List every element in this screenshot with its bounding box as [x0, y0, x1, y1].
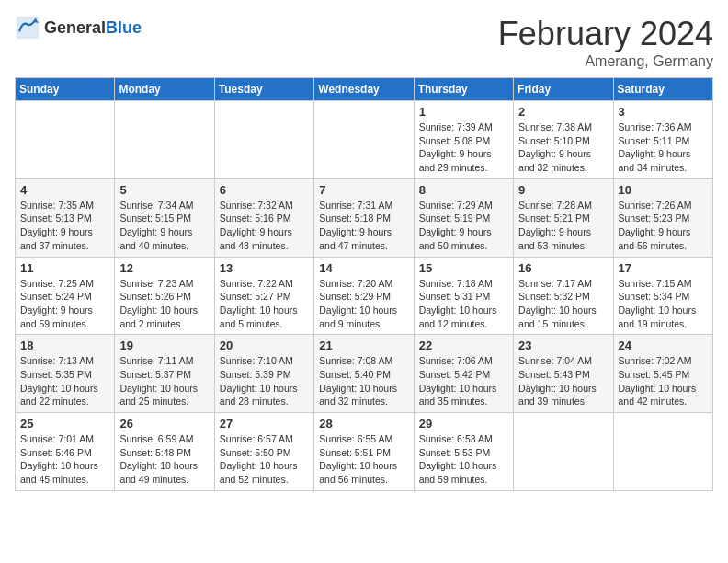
day-info: Sunrise: 7:01 AMSunset: 5:46 PMDaylight:… [20, 432, 109, 487]
logo-icon [15, 15, 40, 40]
day-number: 25 [20, 417, 109, 431]
table-row [613, 413, 712, 491]
day-number: 19 [119, 339, 209, 352]
logo-general: General [44, 18, 106, 37]
day-info: Sunrise: 7:29 AMSunset: 5:19 PMDaylight:… [419, 199, 508, 253]
day-number: 7 [319, 183, 408, 197]
table-row: 29Sunrise: 6:53 AMSunset: 5:53 PMDayligh… [414, 413, 513, 491]
day-info: Sunrise: 7:31 AMSunset: 5:18 PMDaylight:… [319, 199, 408, 253]
month-title: February 2024 [498, 15, 713, 53]
day-info: Sunrise: 7:06 AMSunset: 5:42 PMDaylight:… [419, 354, 508, 408]
day-number: 14 [319, 261, 408, 275]
day-number: 26 [119, 417, 209, 431]
table-row: 9Sunrise: 7:28 AMSunset: 5:21 PMDaylight… [514, 178, 613, 257]
day-info: Sunrise: 6:53 AMSunset: 5:53 PMDaylight:… [419, 432, 508, 487]
day-info: Sunrise: 7:23 AMSunset: 5:26 PMDaylight:… [119, 277, 209, 331]
day-number: 4 [20, 183, 109, 197]
day-number: 1 [419, 105, 508, 119]
col-wednesday: Wednesday [314, 78, 414, 101]
table-row: 19Sunrise: 7:11 AMSunset: 5:37 PMDayligh… [115, 335, 214, 413]
day-number: 28 [319, 417, 408, 431]
col-thursday: Thursday [414, 78, 513, 101]
day-info: Sunrise: 6:55 AMSunset: 5:51 PMDaylight:… [319, 432, 408, 487]
day-number: 21 [319, 339, 408, 352]
table-row: 28Sunrise: 6:55 AMSunset: 5:51 PMDayligh… [314, 413, 414, 491]
table-row: 12Sunrise: 7:23 AMSunset: 5:26 PMDayligh… [115, 257, 214, 335]
calendar-week-row: 4Sunrise: 7:35 AMSunset: 5:13 PMDaylight… [16, 178, 713, 257]
day-info: Sunrise: 7:17 AMSunset: 5:32 PMDaylight:… [518, 277, 608, 331]
day-number: 12 [119, 261, 209, 275]
day-number: 17 [619, 261, 708, 275]
day-info: Sunrise: 7:36 AMSunset: 5:11 PMDaylight:… [619, 121, 708, 175]
page-header: GeneralBlue February 2024 Amerang, Germa… [15, 15, 713, 70]
day-info: Sunrise: 7:35 AMSunset: 5:13 PMDaylight:… [20, 199, 109, 253]
day-info: Sunrise: 7:28 AMSunset: 5:21 PMDaylight:… [518, 199, 608, 253]
day-number: 22 [419, 339, 508, 352]
table-row [214, 101, 313, 179]
day-number: 27 [220, 417, 309, 431]
table-row: 16Sunrise: 7:17 AMSunset: 5:32 PMDayligh… [514, 257, 613, 335]
table-row: 23Sunrise: 7:04 AMSunset: 5:43 PMDayligh… [514, 335, 613, 413]
calendar-header-row: Sunday Monday Tuesday Wednesday Thursday… [16, 78, 713, 101]
day-number: 6 [220, 183, 309, 197]
day-number: 23 [518, 339, 608, 352]
col-tuesday: Tuesday [214, 78, 313, 101]
table-row: 3Sunrise: 7:36 AMSunset: 5:11 PMDaylight… [613, 101, 712, 179]
day-number: 18 [20, 339, 109, 352]
day-info: Sunrise: 7:22 AMSunset: 5:27 PMDaylight:… [220, 277, 309, 331]
day-number: 16 [518, 261, 608, 275]
logo-blue: Blue [106, 18, 142, 37]
table-row: 17Sunrise: 7:15 AMSunset: 5:34 PMDayligh… [613, 257, 712, 335]
table-row: 18Sunrise: 7:13 AMSunset: 5:35 PMDayligh… [16, 335, 115, 413]
table-row: 10Sunrise: 7:26 AMSunset: 5:23 PMDayligh… [613, 178, 712, 257]
day-info: Sunrise: 7:39 AMSunset: 5:08 PMDaylight:… [419, 121, 508, 175]
col-friday: Friday [514, 78, 613, 101]
table-row: 26Sunrise: 6:59 AMSunset: 5:48 PMDayligh… [115, 413, 214, 491]
day-info: Sunrise: 7:20 AMSunset: 5:29 PMDaylight:… [319, 277, 408, 331]
day-info: Sunrise: 7:10 AMSunset: 5:39 PMDaylight:… [220, 354, 309, 408]
table-row: 13Sunrise: 7:22 AMSunset: 5:27 PMDayligh… [214, 257, 313, 335]
table-row: 27Sunrise: 6:57 AMSunset: 5:50 PMDayligh… [214, 413, 313, 491]
day-info: Sunrise: 7:11 AMSunset: 5:37 PMDaylight:… [119, 354, 209, 408]
table-row: 1Sunrise: 7:39 AMSunset: 5:08 PMDaylight… [414, 101, 513, 179]
location-title: Amerang, Germany [498, 53, 713, 70]
table-row: 15Sunrise: 7:18 AMSunset: 5:31 PMDayligh… [414, 257, 513, 335]
day-number: 9 [518, 183, 608, 197]
col-monday: Monday [115, 78, 214, 101]
table-row: 22Sunrise: 7:06 AMSunset: 5:42 PMDayligh… [414, 335, 513, 413]
day-info: Sunrise: 6:57 AMSunset: 5:50 PMDaylight:… [220, 432, 309, 487]
day-info: Sunrise: 7:32 AMSunset: 5:16 PMDaylight:… [220, 199, 309, 253]
table-row: 20Sunrise: 7:10 AMSunset: 5:39 PMDayligh… [214, 335, 313, 413]
table-row: 14Sunrise: 7:20 AMSunset: 5:29 PMDayligh… [314, 257, 414, 335]
table-row: 25Sunrise: 7:01 AMSunset: 5:46 PMDayligh… [16, 413, 115, 491]
day-number: 29 [419, 417, 508, 431]
col-saturday: Saturday [613, 78, 712, 101]
table-row [514, 413, 613, 491]
day-number: 10 [619, 183, 708, 197]
table-row: 8Sunrise: 7:29 AMSunset: 5:19 PMDaylight… [414, 178, 513, 257]
day-number: 3 [619, 105, 708, 119]
logo-text: GeneralBlue [44, 18, 142, 38]
day-info: Sunrise: 7:04 AMSunset: 5:43 PMDaylight:… [518, 354, 608, 408]
day-info: Sunrise: 6:59 AMSunset: 5:48 PMDaylight:… [119, 432, 209, 487]
day-info: Sunrise: 7:18 AMSunset: 5:31 PMDaylight:… [419, 277, 508, 331]
table-row: 24Sunrise: 7:02 AMSunset: 5:45 PMDayligh… [613, 335, 712, 413]
title-block: February 2024 Amerang, Germany [498, 15, 713, 70]
table-row: 21Sunrise: 7:08 AMSunset: 5:40 PMDayligh… [314, 335, 414, 413]
day-info: Sunrise: 7:26 AMSunset: 5:23 PMDaylight:… [619, 199, 708, 253]
day-info: Sunrise: 7:38 AMSunset: 5:10 PMDaylight:… [518, 121, 608, 175]
table-row: 11Sunrise: 7:25 AMSunset: 5:24 PMDayligh… [16, 257, 115, 335]
calendar-week-row: 11Sunrise: 7:25 AMSunset: 5:24 PMDayligh… [16, 257, 713, 335]
table-row [16, 101, 115, 179]
day-number: 11 [20, 261, 109, 275]
table-row: 4Sunrise: 7:35 AMSunset: 5:13 PMDaylight… [16, 178, 115, 257]
day-number: 24 [619, 339, 708, 352]
day-info: Sunrise: 7:02 AMSunset: 5:45 PMDaylight:… [619, 354, 708, 408]
day-info: Sunrise: 7:15 AMSunset: 5:34 PMDaylight:… [619, 277, 708, 331]
day-info: Sunrise: 7:25 AMSunset: 5:24 PMDaylight:… [20, 277, 109, 331]
table-row [314, 101, 414, 179]
day-number: 20 [220, 339, 309, 352]
table-row: 7Sunrise: 7:31 AMSunset: 5:18 PMDaylight… [314, 178, 414, 257]
day-number: 5 [119, 183, 209, 197]
logo: GeneralBlue [15, 15, 142, 40]
